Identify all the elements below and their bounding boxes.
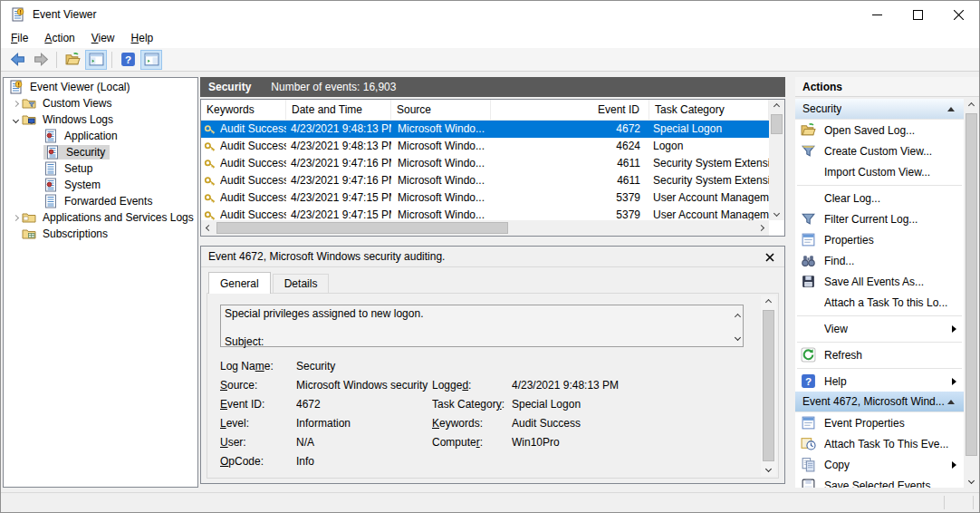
scrollbar-thumb[interactable] (763, 310, 774, 461)
action-properties[interactable]: Properties (795, 229, 964, 250)
field-value: Win10Pro (512, 436, 754, 455)
tree-item-application[interactable]: Application (4, 128, 197, 144)
tree-item-subscriptions[interactable]: Subscriptions (4, 226, 197, 242)
show-hide-console-tree-button[interactable] (85, 50, 107, 70)
tree-item-forwarded-events[interactable]: Forwarded Events (4, 193, 197, 209)
table-row[interactable]: Audit Success 4/23/2021 9:47:15 PM Micro… (201, 207, 769, 220)
scroll-down-icon[interactable] (761, 462, 776, 476)
filter-icon (801, 143, 816, 159)
action-attach-task-to-log[interactable]: Attach a Task To this Lo... (795, 292, 964, 313)
action-find[interactable]: Find... (795, 250, 964, 271)
field-label: Log Name: (220, 360, 296, 379)
action-open-saved-log[interactable]: Open Saved Log... (795, 120, 964, 140)
back-button[interactable] (6, 50, 28, 70)
action-copy[interactable]: Copy (795, 454, 964, 475)
submenu-arrow-icon (952, 378, 956, 385)
action-import-custom-view[interactable]: Import Custom View... (795, 161, 964, 182)
maximize-button[interactable] (898, 1, 938, 28)
action-filter-current-log[interactable]: Filter Current Log... (795, 208, 964, 229)
tree-item-custom-views[interactable]: Custom Views (4, 95, 197, 111)
menu-view[interactable]: View (83, 28, 123, 48)
action-help[interactable]: ? Help (795, 371, 964, 392)
forward-button[interactable] (30, 50, 52, 70)
refresh-icon (801, 347, 816, 363)
scroll-down-icon[interactable] (769, 207, 784, 220)
column-header-event-id[interactable]: Event ID (491, 100, 649, 120)
column-header-source[interactable]: Source (391, 100, 491, 120)
tree-item-setup[interactable]: Setup (4, 160, 197, 177)
scroll-right-icon[interactable] (754, 221, 769, 235)
action-save-selected-events[interactable]: Save Selected Events... (795, 475, 964, 488)
help-button[interactable]: ? (117, 50, 139, 70)
column-header-keywords[interactable]: Keywords (201, 100, 286, 120)
table-row[interactable]: Audit Success 4/23/2021 9:48:13 PM Micro… (201, 121, 769, 138)
tree-item-security[interactable]: Security (4, 144, 197, 160)
action-event-properties[interactable]: Event Properties (795, 412, 964, 433)
vertical-scrollbar[interactable] (761, 295, 776, 476)
column-header-date-time[interactable]: Date and Time (286, 100, 391, 120)
action-create-custom-view[interactable]: Create Custom View... (795, 140, 964, 161)
action-save-all-events-as[interactable]: Save All Events As... (795, 271, 964, 292)
field-label: Logged: (432, 379, 512, 398)
back-arrow-icon (10, 52, 25, 67)
action-refresh[interactable]: Refresh (795, 344, 964, 365)
scrollbar-thumb[interactable] (771, 114, 783, 134)
scrollbar-thumb[interactable] (966, 113, 977, 456)
event-log-icon (43, 129, 58, 143)
column-header-task-category[interactable]: Task Category (649, 100, 769, 120)
scroll-left-icon[interactable] (201, 221, 216, 235)
table-row[interactable]: Audit Success 4/23/2021 9:48:13 PM Micro… (201, 138, 769, 155)
field-value: N/A (296, 436, 432, 455)
scroll-down-icon[interactable] (735, 330, 740, 343)
actions-pane: Actions Security Open Saved Log... Creat… (795, 72, 979, 494)
tree-item-label: Setup (62, 161, 95, 176)
close-button[interactable] (938, 1, 979, 28)
tree-item-windows-logs[interactable]: Windows Logs (4, 111, 197, 128)
show-hide-action-pane-button[interactable] (140, 50, 162, 70)
table-row[interactable]: Audit Success 4/23/2021 9:47:16 PM Micro… (201, 155, 769, 172)
general-tab-page: Special privileges assigned to new logon… (207, 293, 779, 479)
table-row[interactable]: Audit Success 4/23/2021 9:47:16 PM Micro… (201, 172, 769, 189)
minimize-button[interactable] (857, 1, 898, 28)
event-description-box[interactable]: Special privileges assigned to new logon… (220, 305, 744, 347)
collapse-section-icon[interactable] (947, 107, 955, 111)
actions-section-security[interactable]: Security (795, 99, 964, 120)
close-detail-button[interactable] (763, 250, 777, 265)
action-clear-log[interactable]: Clear Log... (795, 188, 964, 208)
menu-action[interactable]: Action (36, 28, 82, 48)
scroll-up-icon[interactable] (735, 309, 740, 322)
title-bar[interactable]: Event Viewer (1, 1, 979, 28)
filter-icon (801, 211, 816, 227)
toolbar-separator (111, 52, 112, 68)
open-saved-log-button[interactable] (62, 50, 83, 70)
collapse-section-icon[interactable] (947, 400, 955, 404)
table-row[interactable]: Audit Success 4/23/2021 9:47:15 PM Micro… (201, 189, 769, 207)
event-viewer-window: Event Viewer File Action View Help ? Eve… (0, 0, 980, 513)
tab-general[interactable]: General (208, 272, 271, 294)
scroll-up-icon[interactable] (964, 99, 979, 112)
vertical-scrollbar[interactable] (769, 100, 784, 220)
tab-details[interactable]: Details (273, 274, 330, 294)
tree-item-event-viewer-local[interactable]: Event Viewer (Local) (4, 79, 197, 95)
scroll-up-icon[interactable] (761, 295, 776, 309)
chevron-down-icon[interactable] (9, 118, 22, 122)
horizontal-scrollbar[interactable] (201, 220, 769, 236)
scroll-up-icon[interactable] (769, 100, 784, 113)
tree-item-applications-and-services-logs[interactable]: Applications and Services Logs (4, 209, 197, 226)
scrollbar-thumb[interactable] (216, 222, 508, 234)
action-attach-task-to-event[interactable]: Attach Task To This Eve... (795, 433, 964, 454)
vertical-scrollbar[interactable] (964, 99, 979, 488)
chevron-right-icon[interactable] (9, 216, 22, 220)
event-description-line1: Special privileges assigned to new logon… (225, 307, 423, 320)
scroll-down-icon[interactable] (964, 474, 979, 488)
action-view[interactable]: View (795, 318, 964, 339)
actions-section-event-4672[interactable]: Event 4672, Microsoft Wind... (795, 392, 964, 412)
menu-file[interactable]: File (3, 28, 36, 48)
menu-help[interactable]: Help (123, 28, 162, 48)
field-value: Information (296, 417, 432, 436)
tree-item-system[interactable]: System (4, 177, 197, 193)
event-detail-pane: Event 4672, Microsoft Windows security a… (200, 246, 785, 484)
chevron-right-icon[interactable] (9, 102, 22, 106)
window-title: Event Viewer (33, 8, 96, 21)
event-viewer-icon (9, 80, 24, 94)
